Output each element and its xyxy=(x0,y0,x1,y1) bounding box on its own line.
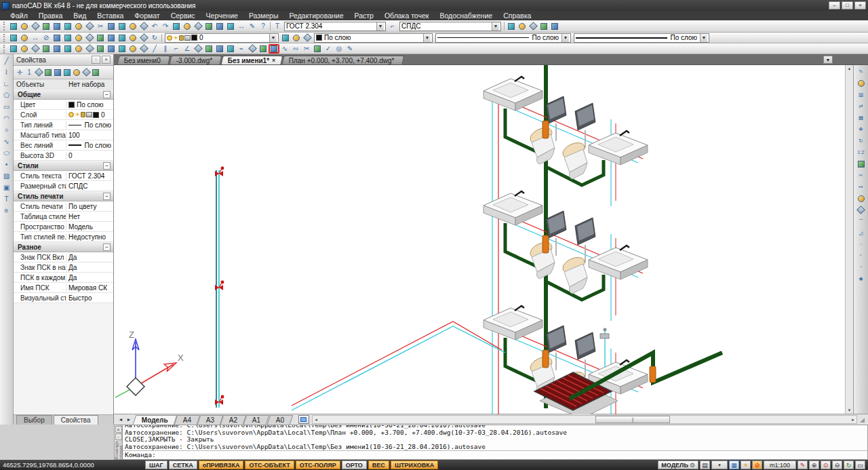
save-as-icon[interactable] xyxy=(62,22,73,31)
menu-item[interactable]: Файл xyxy=(5,12,33,20)
layout-prev-icon[interactable]: ◄ xyxy=(117,417,125,422)
collapse-icon[interactable]: − xyxy=(103,91,111,98)
wc-riser-icon[interactable]: ⌐ xyxy=(171,44,182,54)
spline-node-icon[interactable] xyxy=(73,33,84,43)
wc-select-icon[interactable] xyxy=(127,44,138,54)
document-tab[interactable]: Без имени0 xyxy=(117,56,171,64)
menu-item[interactable]: Правка xyxy=(34,12,67,20)
wc-pipe-icon[interactable] xyxy=(84,44,95,54)
close-tab-icon[interactable]: × xyxy=(272,57,275,64)
drawing-canvas[interactable]: Z X ▲ ▼ ✎▨⇄▦✥↻1:2✂↦⌒◿⁘◜◝✱ xyxy=(114,64,868,414)
vt-circle-icon[interactable]: ○ xyxy=(1,125,12,135)
toolbar-grip[interactable] xyxy=(3,34,6,42)
wc-standards-icon[interactable] xyxy=(30,44,41,54)
wc-fixture-icon[interactable] xyxy=(73,44,84,54)
copy-props-icon[interactable] xyxy=(8,33,19,43)
rt-arc-edit-icon[interactable]: ◜ xyxy=(855,251,867,261)
maximize-button[interactable]: □ xyxy=(842,1,853,9)
vertical-scrollbar[interactable]: ▲ ▼ xyxy=(845,65,853,414)
status-toggle[interactable]: ОТС-ОБЪЕКТ xyxy=(245,461,294,469)
menu-item[interactable]: Формат xyxy=(130,12,164,20)
regen-icon[interactable]: ↻ xyxy=(844,461,854,469)
document-tab[interactable]: -3.000.dwg* xyxy=(170,56,222,64)
color-combo[interactable]: По слою ▼ xyxy=(314,33,433,43)
lineweight-combo[interactable]: По слою ▼ xyxy=(574,33,709,43)
prop-row-plottable[interactable]: Таблица стиле...Нет xyxy=(14,212,113,222)
vt-ellipse-icon[interactable]: ⬭ xyxy=(1,149,12,158)
menu-item[interactable]: Сервис xyxy=(166,12,200,20)
paste-icon[interactable] xyxy=(117,22,127,31)
menu-item[interactable]: Водоснабжение xyxy=(435,12,497,20)
wc-axonometry-icon[interactable]: ⌁ xyxy=(236,44,247,54)
prop-row-dimstyle[interactable]: Размерный стильСПДС xyxy=(14,181,113,191)
rt-move-icon[interactable]: ✥ xyxy=(855,124,867,134)
status-toggle[interactable]: ШТРИХОВКА xyxy=(391,461,438,469)
pan-icon[interactable]: ↔ xyxy=(236,22,247,31)
rt-array-icon[interactable]: ▦ xyxy=(855,113,867,123)
menu-item[interactable]: Размеры xyxy=(244,12,283,20)
rt-arc-edit2-icon[interactable]: ◝ xyxy=(855,262,867,273)
scroll-thumb[interactable]: ∥ xyxy=(595,416,670,423)
prop-views2-icon[interactable] xyxy=(91,68,100,77)
horizontal-scrollbar[interactable]: ◄ ∥ ► xyxy=(312,415,857,424)
status-toggle[interactable]: ШАГ xyxy=(145,461,167,469)
chevron-down-icon[interactable]: ▼ xyxy=(423,34,431,42)
rt-explode-icon[interactable]: ✱ xyxy=(855,274,867,284)
status-toggle[interactable]: ОТС-ПОЛЯР xyxy=(296,461,340,469)
layout-next-icon[interactable]: ► xyxy=(125,417,133,422)
prop-cursor-icon[interactable] xyxy=(43,68,53,77)
section-plotstyle[interactable]: Стиль печати− xyxy=(14,191,113,201)
status-toggle[interactable]: СЕТКА xyxy=(169,461,197,469)
regen-icon[interactable]: ↻ xyxy=(149,33,160,43)
layers-dialog-icon[interactable] xyxy=(280,33,291,43)
page-icon[interactable] xyxy=(528,22,538,31)
wc-3d-icon[interactable] xyxy=(138,44,149,54)
vt-region-icon[interactable]: ▣ xyxy=(1,183,12,193)
format-painter-icon[interactable] xyxy=(138,22,149,31)
status-toggle[interactable]: оПРИВЯЗКА xyxy=(199,461,244,469)
vt-mtext-icon[interactable]: ≡ xyxy=(1,206,12,216)
video-icon[interactable] xyxy=(506,22,517,31)
prop-row-visualstyle[interactable]: Визуальный ст...Быстро xyxy=(14,293,113,303)
status-toggle[interactable]: ВЕС xyxy=(368,461,389,469)
toolbar-grip[interactable] xyxy=(3,22,6,31)
wc-equipment-icon[interactable] xyxy=(52,44,62,54)
rt-chamfer-icon[interactable]: ◿ xyxy=(855,228,867,238)
grid-limits-icon[interactable] xyxy=(52,33,62,43)
new-file-icon[interactable] xyxy=(8,22,19,31)
wc-settings-icon[interactable] xyxy=(19,44,30,54)
prop-select-append-icon[interactable]: ✛ xyxy=(15,68,24,77)
tab-overflow-icon[interactable]: ▼ xyxy=(823,56,833,64)
zoom-extents-icon[interactable] xyxy=(214,22,225,31)
prop-filter-icon[interactable] xyxy=(53,68,62,77)
wc-target-icon[interactable]: ◎ xyxy=(334,44,344,54)
wc-area-icon[interactable] xyxy=(117,44,127,54)
rt-scale-icon[interactable]: 1:2 xyxy=(855,147,867,157)
layout-tab[interactable]: A2 xyxy=(220,415,247,425)
document-tab[interactable]: Без имени1*× xyxy=(221,56,283,64)
collapse-icon[interactable]: − xyxy=(103,243,111,251)
wc-check-icon[interactable]: ✓ xyxy=(323,44,334,54)
toolbar-grip[interactable] xyxy=(3,45,6,53)
zoom-in-icon[interactable]: ⊕ xyxy=(809,461,819,469)
workspace-dropdown[interactable]: ▼ xyxy=(711,461,728,469)
settings-icon[interactable] xyxy=(538,22,549,31)
wc-db-icon[interactable] xyxy=(8,44,19,54)
prop-row-elevation[interactable]: Высота 3D0 xyxy=(14,151,113,161)
dim-style-icon[interactable]: ⌐ xyxy=(387,22,398,31)
rt-round-icon[interactable]: ⌒ xyxy=(855,216,867,227)
prop-row-color[interactable]: Цвет По слою xyxy=(14,100,113,110)
export-icon[interactable] xyxy=(41,22,52,31)
insert-table-icon[interactable] xyxy=(95,33,106,43)
no-constraint-icon[interactable]: ⊘ xyxy=(41,33,52,43)
rt-scale-ref-icon[interactable] xyxy=(855,159,867,169)
layer-combo[interactable]: ☀ 0 ▼ xyxy=(165,33,279,43)
vt-rect-icon[interactable]: ▭ xyxy=(1,102,12,112)
pin-icon[interactable]: ◦ xyxy=(92,56,100,64)
prop-row-ucs-vp[interactable]: ПСК в каждом ...Да xyxy=(14,273,113,283)
layer-states-icon[interactable] xyxy=(291,33,302,43)
viewport-icon[interactable] xyxy=(298,415,309,424)
rt-trim-icon[interactable]: ✂ xyxy=(855,170,867,180)
open-file-icon[interactable] xyxy=(19,22,30,31)
dim-style-combo[interactable]: СПДС ▼ xyxy=(399,22,501,31)
